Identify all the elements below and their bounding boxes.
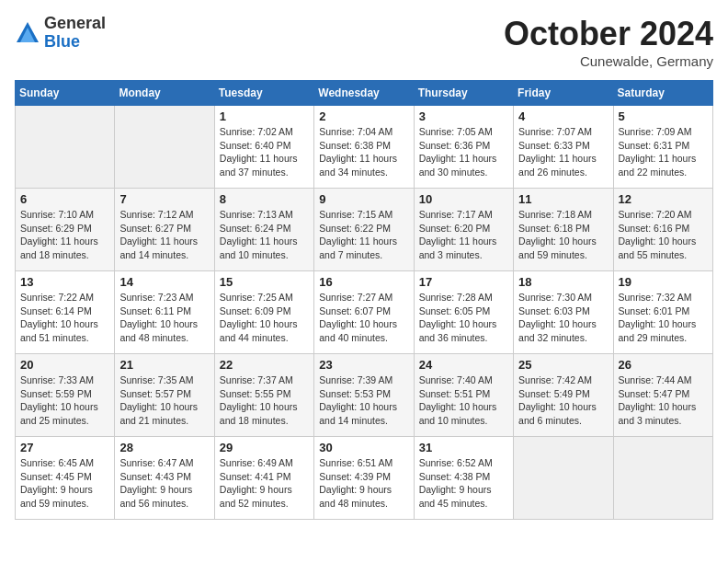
calendar-cell: 19Sunrise: 7:32 AMSunset: 6:01 PMDayligh… — [613, 271, 712, 354]
calendar-cell: 20Sunrise: 7:33 AMSunset: 5:59 PMDayligh… — [16, 354, 115, 437]
calendar-cell: 18Sunrise: 7:30 AMSunset: 6:03 PMDayligh… — [514, 271, 613, 354]
weekday-header-wednesday: Wednesday — [314, 81, 414, 106]
logo-icon — [15, 20, 40, 46]
day-number: 10 — [419, 192, 508, 206]
day-number: 24 — [419, 358, 508, 372]
calendar-cell: 27Sunrise: 6:45 AMSunset: 4:45 PMDayligh… — [16, 437, 115, 520]
day-number: 2 — [319, 109, 408, 123]
day-info: Sunrise: 7:17 AMSunset: 6:20 PMDaylight:… — [419, 208, 508, 262]
day-info: Sunrise: 7:20 AMSunset: 6:16 PMDaylight:… — [619, 208, 708, 262]
calendar-cell — [16, 106, 115, 189]
calendar-cell: 26Sunrise: 7:44 AMSunset: 5:47 PMDayligh… — [613, 354, 712, 437]
day-number: 3 — [419, 109, 508, 123]
weekday-header-thursday: Thursday — [414, 81, 513, 106]
calendar-cell: 25Sunrise: 7:42 AMSunset: 5:49 PMDayligh… — [514, 354, 613, 437]
day-number: 22 — [220, 358, 309, 372]
day-number: 29 — [220, 441, 309, 454]
day-number: 25 — [518, 358, 608, 372]
day-number: 20 — [20, 358, 109, 372]
calendar-cell: 28Sunrise: 6:47 AMSunset: 4:43 PMDayligh… — [115, 437, 214, 520]
day-number: 16 — [319, 275, 408, 289]
calendar-cell: 21Sunrise: 7:35 AMSunset: 5:57 PMDayligh… — [115, 354, 214, 437]
weekday-header-friday: Friday — [514, 81, 613, 106]
weekday-header-sunday: Sunday — [16, 81, 115, 106]
day-number: 6 — [20, 192, 109, 206]
calendar-cell: 29Sunrise: 6:49 AMSunset: 4:41 PMDayligh… — [214, 437, 313, 520]
day-number: 15 — [220, 275, 309, 289]
day-info: Sunrise: 7:12 AMSunset: 6:27 PMDaylight:… — [119, 208, 209, 262]
day-info: Sunrise: 7:42 AMSunset: 5:49 PMDaylight:… — [518, 373, 608, 428]
calendar-cell: 8Sunrise: 7:13 AMSunset: 6:24 PMDaylight… — [214, 189, 313, 271]
day-info: Sunrise: 7:33 AMSunset: 5:59 PMDaylight:… — [20, 373, 109, 428]
calendar-cell: 31Sunrise: 6:52 AMSunset: 4:38 PMDayligh… — [414, 437, 513, 520]
day-number: 17 — [419, 275, 508, 289]
day-number: 28 — [119, 441, 209, 454]
month-title: October 2024 — [504, 15, 713, 53]
day-info: Sunrise: 7:04 AMSunset: 6:38 PMDaylight:… — [319, 125, 408, 179]
day-number: 31 — [419, 441, 508, 454]
day-info: Sunrise: 7:28 AMSunset: 6:05 PMDaylight:… — [419, 291, 508, 345]
day-info: Sunrise: 6:49 AMSunset: 4:41 PMDaylight:… — [220, 456, 309, 511]
day-number: 7 — [119, 192, 209, 206]
calendar-cell — [115, 106, 214, 189]
calendar-cell: 12Sunrise: 7:20 AMSunset: 6:16 PMDayligh… — [613, 189, 712, 271]
calendar-cell: 22Sunrise: 7:37 AMSunset: 5:55 PMDayligh… — [214, 354, 313, 437]
day-info: Sunrise: 6:52 AMSunset: 4:38 PMDaylight:… — [419, 456, 508, 511]
calendar-cell: 6Sunrise: 7:10 AMSunset: 6:29 PMDaylight… — [16, 189, 115, 271]
day-info: Sunrise: 6:47 AMSunset: 4:43 PMDaylight:… — [119, 456, 209, 511]
calendar-cell: 3Sunrise: 7:05 AMSunset: 6:36 PMDaylight… — [414, 106, 513, 189]
day-number: 1 — [220, 109, 309, 123]
calendar-cell: 17Sunrise: 7:28 AMSunset: 6:05 PMDayligh… — [414, 271, 513, 354]
day-number: 18 — [518, 275, 608, 289]
weekday-header-monday: Monday — [115, 81, 214, 106]
location: Cunewalde, Germany — [504, 53, 713, 69]
calendar-cell — [613, 437, 712, 520]
calendar-table: SundayMondayTuesdayWednesdayThursdayFrid… — [15, 80, 713, 520]
day-info: Sunrise: 7:09 AMSunset: 6:31 PMDaylight:… — [619, 125, 708, 179]
day-info: Sunrise: 7:27 AMSunset: 6:07 PMDaylight:… — [319, 291, 408, 345]
calendar-cell: 13Sunrise: 7:22 AMSunset: 6:14 PMDayligh… — [16, 271, 115, 354]
day-info: Sunrise: 7:22 AMSunset: 6:14 PMDaylight:… — [20, 291, 109, 345]
calendar-cell: 11Sunrise: 7:18 AMSunset: 6:18 PMDayligh… — [514, 189, 613, 271]
calendar-cell: 9Sunrise: 7:15 AMSunset: 6:22 PMDaylight… — [314, 189, 414, 271]
day-info: Sunrise: 7:10 AMSunset: 6:29 PMDaylight:… — [20, 208, 109, 262]
logo-blue-text: Blue — [44, 32, 80, 51]
day-info: Sunrise: 6:51 AMSunset: 4:39 PMDaylight:… — [319, 456, 408, 511]
calendar-cell: 30Sunrise: 6:51 AMSunset: 4:39 PMDayligh… — [314, 437, 414, 520]
day-info: Sunrise: 7:05 AMSunset: 6:36 PMDaylight:… — [419, 125, 508, 179]
day-number: 26 — [619, 358, 708, 372]
day-info: Sunrise: 7:39 AMSunset: 5:53 PMDaylight:… — [319, 373, 408, 428]
day-info: Sunrise: 7:40 AMSunset: 5:51 PMDaylight:… — [419, 373, 508, 428]
day-number: 14 — [119, 275, 209, 289]
day-info: Sunrise: 7:07 AMSunset: 6:33 PMDaylight:… — [518, 125, 608, 179]
day-number: 19 — [619, 275, 708, 289]
day-info: Sunrise: 7:44 AMSunset: 5:47 PMDaylight:… — [619, 373, 708, 428]
day-number: 9 — [319, 192, 408, 206]
calendar-cell: 2Sunrise: 7:04 AMSunset: 6:38 PMDaylight… — [314, 106, 414, 189]
logo-general-text: General — [44, 14, 106, 32]
day-number: 30 — [319, 441, 408, 454]
day-number: 21 — [119, 358, 209, 372]
day-number: 27 — [20, 441, 109, 454]
logo: General Blue — [15, 15, 106, 52]
day-info: Sunrise: 7:37 AMSunset: 5:55 PMDaylight:… — [220, 373, 309, 428]
page-header: General Blue October 2024 Cunewalde, Ger… — [15, 15, 713, 69]
calendar-cell: 16Sunrise: 7:27 AMSunset: 6:07 PMDayligh… — [314, 271, 414, 354]
day-info: Sunrise: 7:32 AMSunset: 6:01 PMDaylight:… — [619, 291, 708, 345]
calendar-cell: 5Sunrise: 7:09 AMSunset: 6:31 PMDaylight… — [613, 106, 712, 189]
calendar-cell: 23Sunrise: 7:39 AMSunset: 5:53 PMDayligh… — [314, 354, 414, 437]
calendar-cell — [514, 437, 613, 520]
day-info: Sunrise: 7:18 AMSunset: 6:18 PMDaylight:… — [518, 208, 608, 262]
day-number: 13 — [20, 275, 109, 289]
day-info: Sunrise: 6:45 AMSunset: 4:45 PMDaylight:… — [20, 456, 109, 511]
calendar-cell: 7Sunrise: 7:12 AMSunset: 6:27 PMDaylight… — [115, 189, 214, 271]
day-info: Sunrise: 7:25 AMSunset: 6:09 PMDaylight:… — [220, 291, 309, 345]
day-number: 5 — [619, 109, 708, 123]
day-info: Sunrise: 7:15 AMSunset: 6:22 PMDaylight:… — [319, 208, 408, 262]
day-info: Sunrise: 7:13 AMSunset: 6:24 PMDaylight:… — [220, 208, 309, 262]
calendar-cell: 1Sunrise: 7:02 AMSunset: 6:40 PMDaylight… — [214, 106, 313, 189]
weekday-header-saturday: Saturday — [613, 81, 712, 106]
day-number: 4 — [518, 109, 608, 123]
calendar-cell: 14Sunrise: 7:23 AMSunset: 6:11 PMDayligh… — [115, 271, 214, 354]
day-info: Sunrise: 7:23 AMSunset: 6:11 PMDaylight:… — [119, 291, 209, 345]
